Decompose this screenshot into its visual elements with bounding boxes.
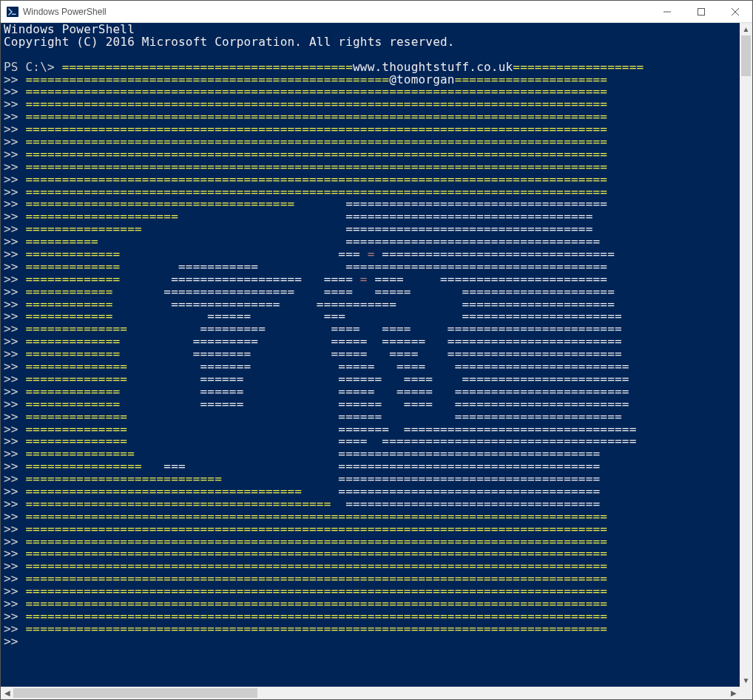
- horizontal-scroll-track[interactable]: [13, 687, 727, 699]
- vertical-scrollbar[interactable]: ▲ ▼: [740, 23, 752, 687]
- vertical-scroll-thumb[interactable]: [741, 35, 751, 76]
- scrollbar-corner: [740, 687, 752, 699]
- powershell-window: Windows PowerShell Windows PowerShellCop…: [0, 0, 753, 700]
- close-button[interactable]: [718, 1, 752, 22]
- svg-rect-3: [698, 8, 705, 15]
- scroll-down-arrow-icon[interactable]: ▼: [740, 674, 752, 687]
- powershell-icon: [7, 6, 18, 18]
- window-controls: [650, 1, 752, 22]
- scroll-right-arrow-icon[interactable]: ▶: [727, 687, 740, 699]
- svg-rect-0: [7, 7, 18, 17]
- console-line: >>: [4, 636, 740, 648]
- maximize-button[interactable]: [684, 1, 718, 22]
- minimize-button[interactable]: [650, 1, 684, 22]
- console-line: >> =====================================…: [4, 623, 740, 636]
- console-line: Copyright (C) 2016 Microsoft Corporation…: [4, 36, 740, 49]
- scroll-up-arrow-icon[interactable]: ▲: [740, 23, 752, 35]
- horizontal-scrollbar[interactable]: ◀ ▶: [1, 687, 752, 699]
- vertical-scroll-track[interactable]: [740, 35, 752, 674]
- console-area: Windows PowerShellCopyright (C) 2016 Mic…: [1, 23, 752, 699]
- console-output[interactable]: Windows PowerShellCopyright (C) 2016 Mic…: [1, 23, 740, 687]
- title-bar[interactable]: Windows PowerShell: [1, 1, 752, 23]
- window-title: Windows PowerShell: [23, 7, 107, 17]
- horizontal-scroll-thumb[interactable]: [13, 688, 257, 698]
- scroll-left-arrow-icon[interactable]: ◀: [1, 687, 13, 699]
